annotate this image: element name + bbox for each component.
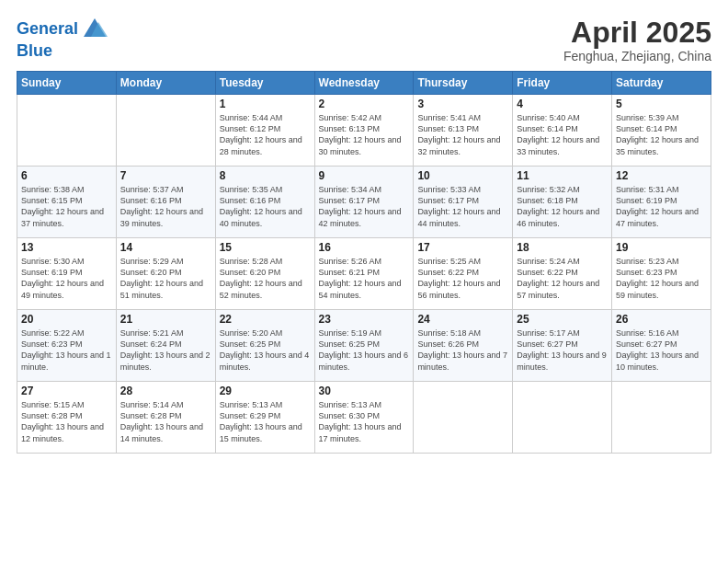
day-number: 24 [417,313,508,326]
calendar-cell [116,95,215,167]
day-number: 2 [319,98,410,110]
day-number: 19 [616,241,707,254]
day-info: Sunrise: 5:20 AM Sunset: 6:25 PM Dayligh… [220,327,311,373]
day-info: Sunrise: 5:37 AM Sunset: 6:16 PM Dayligh… [120,184,211,229]
calendar-cell: 16Sunrise: 5:26 AM Sunset: 6:21 PM Dayli… [314,238,414,310]
day-number: 16 [319,241,410,254]
day-number: 18 [517,241,608,254]
day-info: Sunrise: 5:32 AM Sunset: 6:18 PM Dayligh… [517,184,608,229]
calendar-cell [612,382,711,454]
day-number: 28 [120,385,211,397]
day-number: 22 [220,313,311,326]
day-number: 5 [616,98,707,110]
day-header-thursday: Thursday [414,72,513,95]
calendar-cell: 10Sunrise: 5:33 AM Sunset: 6:17 PM Dayli… [414,167,513,238]
header: General Blue April 2025 Fenghua, Zhejian… [17,17,711,63]
calendar-cell: 7Sunrise: 5:37 AM Sunset: 6:16 PM Daylig… [116,167,215,238]
day-number: 25 [517,313,608,326]
calendar-table: SundayMondayTuesdayWednesdayThursdayFrid… [17,71,711,454]
day-info: Sunrise: 5:28 AM Sunset: 6:20 PM Dayligh… [220,256,311,301]
calendar-cell: 11Sunrise: 5:32 AM Sunset: 6:18 PM Dayli… [513,167,612,238]
calendar-cell: 9Sunrise: 5:34 AM Sunset: 6:17 PM Daylig… [314,167,414,238]
calendar-cell: 12Sunrise: 5:31 AM Sunset: 6:19 PM Dayli… [612,167,711,238]
calendar-cell: 14Sunrise: 5:29 AM Sunset: 6:20 PM Dayli… [116,238,215,310]
day-number: 27 [21,385,112,397]
day-info: Sunrise: 5:23 AM Sunset: 6:23 PM Dayligh… [616,256,707,301]
day-info: Sunrise: 5:19 AM Sunset: 6:25 PM Dayligh… [319,327,410,373]
day-info: Sunrise: 5:40 AM Sunset: 6:14 PM Dayligh… [517,112,608,157]
day-info: Sunrise: 5:30 AM Sunset: 6:19 PM Dayligh… [21,256,112,301]
logo: General Blue [17,17,108,61]
calendar-cell: 1Sunrise: 5:44 AM Sunset: 6:12 PM Daylig… [215,95,314,167]
day-info: Sunrise: 5:26 AM Sunset: 6:21 PM Dayligh… [319,256,410,301]
day-info: Sunrise: 5:24 AM Sunset: 6:22 PM Dayligh… [517,256,608,301]
calendar-subtitle: Fenghua, Zhejiang, China [563,49,711,63]
day-info: Sunrise: 5:39 AM Sunset: 6:14 PM Dayligh… [616,112,707,157]
day-number: 15 [220,241,311,254]
day-number: 12 [616,169,707,182]
week-row-3: 13Sunrise: 5:30 AM Sunset: 6:19 PM Dayli… [17,238,711,310]
day-info: Sunrise: 5:13 AM Sunset: 6:30 PM Dayligh… [319,399,410,444]
calendar-cell: 24Sunrise: 5:18 AM Sunset: 6:26 PM Dayli… [414,310,513,382]
calendar-cell: 20Sunrise: 5:22 AM Sunset: 6:23 PM Dayli… [17,310,117,382]
day-number: 14 [120,241,211,254]
day-number: 4 [517,98,608,110]
day-number: 26 [616,313,707,326]
calendar-cell: 18Sunrise: 5:24 AM Sunset: 6:22 PM Dayli… [513,238,612,310]
calendar-cell: 4Sunrise: 5:40 AM Sunset: 6:14 PM Daylig… [513,95,612,167]
calendar-cell [414,382,513,454]
day-info: Sunrise: 5:25 AM Sunset: 6:22 PM Dayligh… [417,256,508,301]
title-block: April 2025 Fenghua, Zhejiang, China [563,17,711,63]
calendar-cell: 21Sunrise: 5:21 AM Sunset: 6:24 PM Dayli… [116,310,215,382]
day-info: Sunrise: 5:42 AM Sunset: 6:13 PM Dayligh… [319,112,410,157]
week-row-4: 20Sunrise: 5:22 AM Sunset: 6:23 PM Dayli… [17,310,711,382]
calendar-cell: 30Sunrise: 5:13 AM Sunset: 6:30 PM Dayli… [314,382,414,454]
day-info: Sunrise: 5:44 AM Sunset: 6:12 PM Dayligh… [220,112,311,157]
day-number: 8 [220,169,311,182]
day-number: 9 [319,169,410,182]
day-number: 6 [21,169,112,182]
day-info: Sunrise: 5:21 AM Sunset: 6:24 PM Dayligh… [120,327,211,373]
day-number: 10 [417,169,508,182]
logo-icon [82,17,108,42]
calendar-cell: 17Sunrise: 5:25 AM Sunset: 6:22 PM Dayli… [414,238,513,310]
day-number: 1 [220,98,311,110]
calendar-cell: 5Sunrise: 5:39 AM Sunset: 6:14 PM Daylig… [612,95,711,167]
day-number: 20 [21,313,112,326]
day-info: Sunrise: 5:38 AM Sunset: 6:15 PM Dayligh… [21,184,112,229]
calendar-cell: 25Sunrise: 5:17 AM Sunset: 6:27 PM Dayli… [513,310,612,382]
day-number: 30 [319,385,410,397]
day-number: 21 [120,313,211,326]
day-number: 29 [220,385,311,397]
calendar-cell: 27Sunrise: 5:15 AM Sunset: 6:28 PM Dayli… [17,382,117,454]
day-info: Sunrise: 5:17 AM Sunset: 6:27 PM Dayligh… [517,327,608,373]
day-info: Sunrise: 5:34 AM Sunset: 6:17 PM Dayligh… [319,184,410,229]
calendar-cell: 19Sunrise: 5:23 AM Sunset: 6:23 PM Dayli… [612,238,711,310]
day-number: 3 [417,98,508,110]
day-info: Sunrise: 5:31 AM Sunset: 6:19 PM Dayligh… [616,184,707,229]
day-info: Sunrise: 5:16 AM Sunset: 6:27 PM Dayligh… [616,327,707,373]
day-header-monday: Monday [116,72,215,95]
calendar-cell: 23Sunrise: 5:19 AM Sunset: 6:25 PM Dayli… [314,310,414,382]
day-number: 11 [517,169,608,182]
calendar-header-row: SundayMondayTuesdayWednesdayThursdayFrid… [17,72,711,95]
calendar-cell: 22Sunrise: 5:20 AM Sunset: 6:25 PM Dayli… [215,310,314,382]
calendar-cell [17,95,117,167]
day-number: 7 [120,169,211,182]
day-info: Sunrise: 5:41 AM Sunset: 6:13 PM Dayligh… [417,112,508,157]
day-number: 17 [417,241,508,254]
day-info: Sunrise: 5:14 AM Sunset: 6:28 PM Dayligh… [120,399,211,444]
day-info: Sunrise: 5:33 AM Sunset: 6:17 PM Dayligh… [417,184,508,229]
logo-blue-text: Blue [17,42,52,61]
day-header-tuesday: Tuesday [215,72,314,95]
day-number: 23 [319,313,410,326]
day-header-friday: Friday [513,72,612,95]
day-info: Sunrise: 5:22 AM Sunset: 6:23 PM Dayligh… [21,327,112,373]
day-info: Sunrise: 5:29 AM Sunset: 6:20 PM Dayligh… [120,256,211,301]
week-row-1: 1Sunrise: 5:44 AM Sunset: 6:12 PM Daylig… [17,95,711,167]
calendar-cell [513,382,612,454]
calendar-cell: 28Sunrise: 5:14 AM Sunset: 6:28 PM Dayli… [116,382,215,454]
calendar-cell: 8Sunrise: 5:35 AM Sunset: 6:16 PM Daylig… [215,167,314,238]
calendar-cell: 2Sunrise: 5:42 AM Sunset: 6:13 PM Daylig… [314,95,414,167]
day-header-saturday: Saturday [612,72,711,95]
